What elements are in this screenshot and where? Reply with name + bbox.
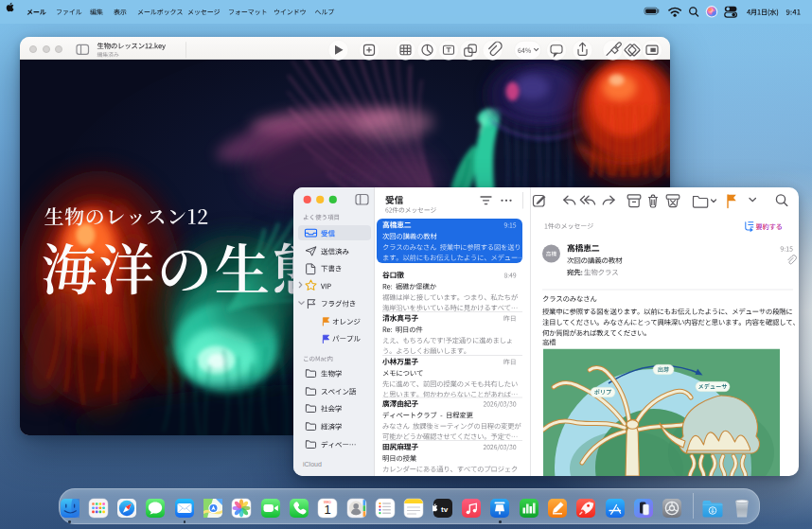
svg-text:WED: WED: [325, 500, 332, 503]
svg-text:1: 1: [325, 503, 331, 517]
svg-text:tv: tv: [441, 504, 449, 513]
